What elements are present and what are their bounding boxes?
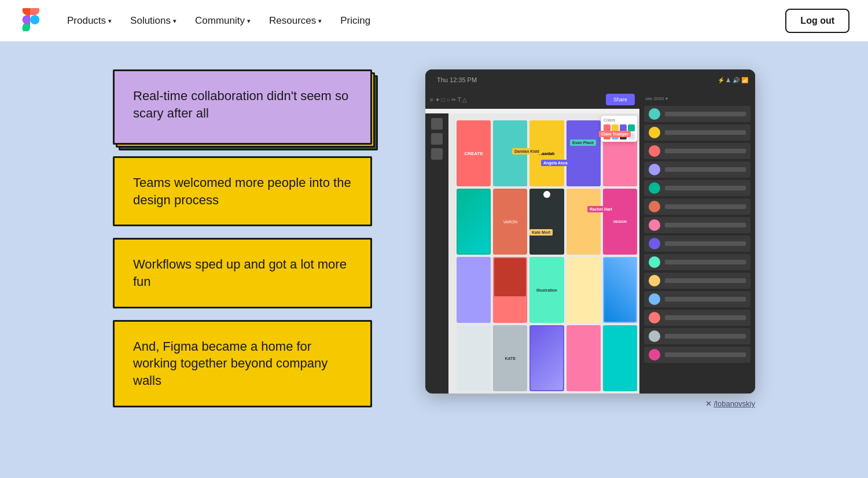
sidebar-user-7 <box>644 217 751 233</box>
figma-screenshot: Thu 12:35 PM ⚡ ♟ 🔊 📶 ≡ ✦ □ ○ ✏ T △ Sh <box>425 69 755 394</box>
sidebar-user-13 <box>644 328 751 344</box>
card-4: And, Figma became a home for working tog… <box>113 320 372 407</box>
figma-topbar: Thu 12:35 PM ⚡ ♟ 🔊 📶 <box>425 69 755 90</box>
figma-logo[interactable] <box>19 8 42 34</box>
nav-items: Products ▾ Solutions ▾ Community ▾ Resou… <box>60 10 377 31</box>
card-2: Teams welcomed more people into the desi… <box>113 156 372 226</box>
solutions-chevron: ▾ <box>173 17 176 25</box>
resources-label: Resources <box>269 15 316 27</box>
products-chevron: ▾ <box>108 17 112 25</box>
card-3: Workflows sped up and got a lot more fun <box>113 238 372 308</box>
attribution-link[interactable]: /lobanovskiy <box>713 399 755 408</box>
sidebar-user-8 <box>644 236 751 252</box>
cards-column: Real-time collaboration didn't seem so s… <box>113 69 379 407</box>
community-label: Community <box>195 15 245 27</box>
figma-canvas: ≡ ✦ □ ○ ✏ T △ Share <box>425 90 639 394</box>
image-column: Thu 12:35 PM ⚡ ♟ 🔊 📶 ≡ ✦ □ ○ ✏ T △ Sh <box>425 69 755 408</box>
products-label: Products <box>67 15 106 27</box>
nav-left: Products ▾ Solutions ▾ Community ▾ Resou… <box>19 8 377 34</box>
sidebar-user-1 <box>644 106 751 122</box>
sidebar-user-14 <box>644 347 751 363</box>
community-chevron: ▾ <box>247 17 251 25</box>
screenshot-inner: Thu 12:35 PM ⚡ ♟ 🔊 📶 ≡ ✦ □ ○ ✏ T △ Sh <box>425 69 755 394</box>
sidebar-user-10 <box>644 273 751 289</box>
resources-chevron: ▾ <box>318 17 322 25</box>
card-1-wrapper: Real-time collaboration didn't seem so s… <box>113 69 372 145</box>
sidebar-user-2 <box>644 124 751 141</box>
nav-item-solutions[interactable]: Solutions ▾ <box>123 10 183 31</box>
sidebar-user-11 <box>644 291 751 307</box>
logout-button[interactable]: Log out <box>785 9 849 33</box>
sidebar-user-5 <box>644 180 751 196</box>
attribution-icon: ✕ <box>705 399 714 408</box>
navbar: Products ▾ Solutions ▾ Community ▾ Resou… <box>0 0 868 42</box>
sidebar-user-4 <box>644 161 751 178</box>
solutions-label: Solutions <box>130 15 171 27</box>
figma-main: ≡ ✦ □ ○ ✏ T △ Share <box>425 90 755 394</box>
pricing-label: Pricing <box>340 15 370 26</box>
nav-item-products[interactable]: Products ▾ <box>60 10 119 31</box>
sidebar-user-9 <box>644 254 751 270</box>
sidebar-user-3 <box>644 143 751 159</box>
sidebar-user-12 <box>644 310 751 326</box>
nav-item-pricing[interactable]: Pricing <box>333 10 377 31</box>
main-content: Real-time collaboration didn't seem so s… <box>0 42 868 478</box>
nav-item-resources[interactable]: Resources ▾ <box>262 10 329 31</box>
figma-sidebar: site 2020 ▾ <box>639 90 755 394</box>
sidebar-user-6 <box>644 198 751 215</box>
nav-item-community[interactable]: Community ▾ <box>188 10 258 31</box>
card-1: Real-time collaboration didn't seem so s… <box>113 69 372 145</box>
attribution: ✕ /lobanovskiy <box>705 399 755 408</box>
